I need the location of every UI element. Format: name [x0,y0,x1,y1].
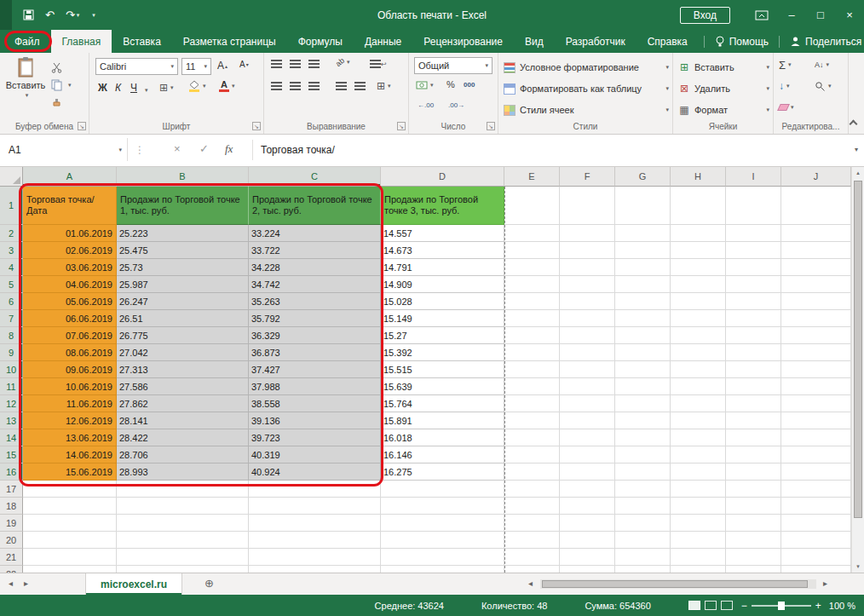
cell-J5[interactable] [781,276,851,293]
cell-H10[interactable] [671,361,726,378]
cell-A14[interactable]: 13.06.2019 [23,429,117,446]
cell-C20[interactable] [249,532,381,549]
cell-A20[interactable] [23,532,117,549]
row-header-2[interactable]: 2 [0,225,23,242]
cell-G8[interactable] [615,327,671,344]
align-bottom-button[interactable] [308,60,320,68]
cell-A7[interactable]: 06.06.2019 [23,310,117,327]
cell-H4[interactable] [671,259,726,276]
cell-I11[interactable] [726,378,781,395]
cell-I7[interactable] [726,310,781,327]
cell-B7[interactable]: 26.51 [117,310,249,327]
vertical-scrollbar-thumb[interactable] [854,181,862,518]
cell-I2[interactable] [726,225,781,242]
cell-J9[interactable] [781,344,851,361]
font-size-combo[interactable]: 11 ▾ [181,58,211,75]
cell-I6[interactable] [726,293,781,310]
copy-button[interactable]: ▾ [51,78,87,93]
cell-A8[interactable]: 07.06.2019 [23,327,117,344]
cell-H18[interactable] [671,498,726,515]
ribbon-display-options-button[interactable] [755,10,769,20]
find-select-button[interactable]: ▾ [815,78,832,94]
cell-I10[interactable] [726,361,781,378]
paste-button[interactable]: Вставить ▾ [4,56,47,118]
cell-A3[interactable]: 02.06.2019 [23,242,117,259]
cell-E16[interactable] [504,463,560,481]
cell-D17[interactable] [381,481,504,498]
cell-C8[interactable]: 36.329 [249,327,381,344]
cell-E12[interactable] [504,395,560,412]
format-cells-button[interactable]: ▦ Формат ▾ [678,101,769,119]
tab-view[interactable]: Вид [514,30,555,53]
cell-G10[interactable] [615,361,671,378]
cell-A10[interactable]: 09.06.2019 [23,361,117,378]
column-header-F[interactable]: F [560,167,615,187]
row-header-9[interactable]: 9 [0,344,23,361]
tab-insert[interactable]: Вставка [112,30,172,53]
row-header-11[interactable]: 11 [0,378,23,395]
horizontal-scrollbar-thumb[interactable] [542,580,808,588]
cell-I14[interactable] [726,429,781,446]
cell-G15[interactable] [615,446,671,463]
cell-C7[interactable]: 35.792 [249,310,381,327]
cell-H3[interactable] [671,242,726,259]
cell-B22[interactable] [117,566,249,573]
cell-E17[interactable] [504,481,560,498]
cell-J3[interactable] [781,242,851,259]
cell-F13[interactable] [560,412,615,429]
cell-H14[interactable] [671,429,726,446]
cell-H19[interactable] [671,515,726,532]
cell-G9[interactable] [615,344,671,361]
cell-J8[interactable] [781,327,851,344]
cell-B21[interactable] [117,549,249,566]
undo-button[interactable]: ↶ [45,9,55,21]
cell-B8[interactable]: 26.775 [117,327,249,344]
dialog-launcher-icon[interactable]: ↘ [252,122,261,130]
cell-J10[interactable] [781,361,851,378]
cell-E19[interactable] [504,515,560,532]
page-break-view-button[interactable] [721,601,733,610]
hscroll-left-arrow[interactable]: ◂ [528,579,533,588]
cell-E6[interactable] [504,293,560,310]
cell-B6[interactable]: 26.247 [117,293,249,310]
redo-button[interactable]: ↷▾ [66,9,79,21]
tab-file[interactable]: Файл [3,30,51,53]
cell-A1[interactable]: Торговая точка/Дата [23,187,117,225]
tab-data[interactable]: Данные [354,30,412,53]
zoom-level[interactable]: 100 % [829,601,855,611]
cell-F22[interactable] [560,566,615,573]
row-header-21[interactable]: 21 [0,549,23,566]
share-button[interactable]: Поделиться [790,36,861,48]
cell-H2[interactable] [671,225,726,242]
cell-D4[interactable]: 14.791 [381,259,504,276]
cell-G7[interactable] [615,310,671,327]
cell-B1[interactable]: Продажи по Торговой точке 1, тыс. руб. [117,187,249,225]
cell-H7[interactable] [671,310,726,327]
cell-C13[interactable]: 39.136 [249,412,381,429]
minimize-button[interactable]: – [777,0,806,30]
hscroll-right-arrow[interactable]: ▸ [823,579,827,588]
zoom-slider[interactable] [752,605,811,607]
cell-J15[interactable] [781,446,851,463]
cell-J13[interactable] [781,412,851,429]
font-name-combo[interactable]: Calibri ▾ [95,58,178,75]
fill-button[interactable]: ↓ ▾ [779,78,790,94]
cell-E14[interactable] [504,429,560,446]
save-button[interactable] [23,9,34,20]
cell-C17[interactable] [249,481,381,498]
align-top-button[interactable] [271,60,282,68]
cell-D12[interactable]: 15.764 [381,395,504,412]
cell-B17[interactable] [117,481,249,498]
cell-J22[interactable] [781,566,851,573]
cell-H13[interactable] [671,412,726,429]
row-header-12[interactable]: 12 [0,395,23,412]
cell-I13[interactable] [726,412,781,429]
column-header-D[interactable]: D [381,167,504,187]
cell-F6[interactable] [560,293,615,310]
cell-I1[interactable] [726,187,781,225]
cell-G18[interactable] [615,498,671,515]
cell-D3[interactable]: 14.673 [381,242,504,259]
cell-G14[interactable] [615,429,671,446]
cell-E22[interactable] [504,566,560,573]
cell-J18[interactable] [781,498,851,515]
